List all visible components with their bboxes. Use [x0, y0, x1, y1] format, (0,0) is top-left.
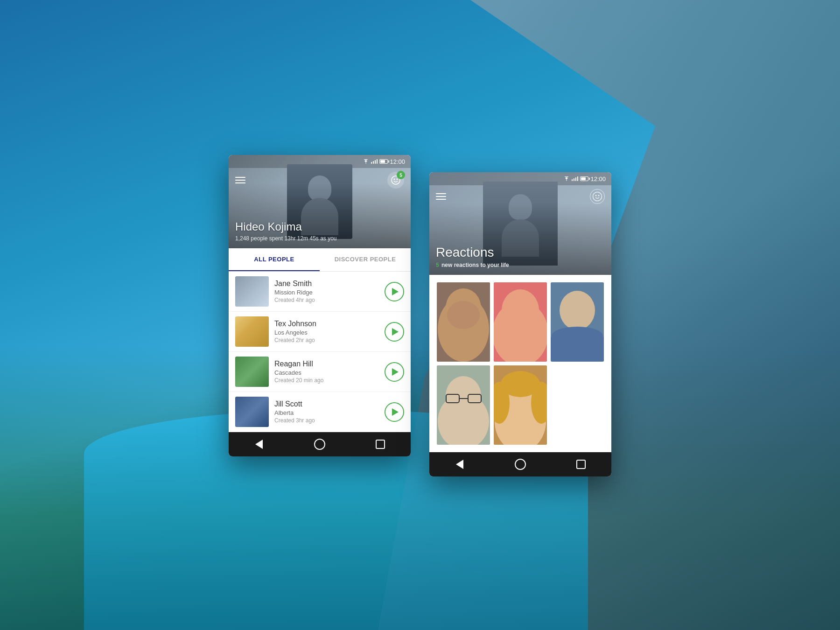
- face-woman-blonde: [494, 365, 547, 445]
- svg-point-3: [593, 192, 602, 201]
- svg-point-14: [560, 291, 595, 330]
- tabs-bar-1: ALL PEOPLE DISCOVER PEOPLE: [229, 248, 411, 272]
- person-thumb-2: [235, 357, 269, 387]
- play-icon-3: [392, 408, 399, 416]
- person-info-3: Jill Scott Alberta Created 3hr ago: [274, 400, 379, 424]
- person-info-0: Jane Smith Mission Ridge Created 4hr ago: [274, 280, 379, 303]
- hamburger-line: [436, 196, 446, 197]
- hamburger-line: [235, 180, 245, 181]
- face-svg-2: [551, 282, 604, 362]
- reactions-title: Reactions: [436, 245, 605, 260]
- home-icon-1: [314, 439, 325, 450]
- reactions-info: Reactions 5 new reactions to your life: [436, 245, 605, 268]
- reaction-cell-2[interactable]: [551, 282, 604, 362]
- hamburger-line: [235, 182, 245, 183]
- person-thumb-0: [235, 276, 269, 307]
- phone-1-header: 12:00: [229, 155, 411, 248]
- face-bearded: [437, 282, 490, 362]
- person-time-2: Created 20 min ago: [274, 377, 379, 384]
- person-name-3: Jill Scott: [274, 400, 379, 408]
- svg-point-16: [552, 327, 603, 345]
- person-name-1: Tex Johnson: [274, 320, 379, 328]
- play-button-3[interactable]: [385, 402, 404, 422]
- person-info-1: Tex Johnson Los Angeles Created 2hr ago: [274, 320, 379, 343]
- face-svg-3: [437, 365, 490, 445]
- face-man-glasses: [437, 365, 490, 445]
- person-location-1: Los Angeles: [274, 329, 379, 336]
- back-icon-2: [456, 460, 463, 469]
- play-icon-2: [392, 368, 399, 376]
- tab-discover-people[interactable]: DISCOVER PEOPLE: [320, 248, 411, 271]
- home-icon-2: [515, 459, 526, 470]
- play-button-0[interactable]: [385, 282, 404, 301]
- reactions-grid: [429, 275, 611, 452]
- person-thumb-3: [235, 397, 269, 427]
- menu-button-2[interactable]: [436, 193, 446, 200]
- tab-all-people[interactable]: ALL PEOPLE: [229, 248, 320, 271]
- emoji-button-2[interactable]: [590, 189, 605, 204]
- face-svg-0: [437, 282, 490, 362]
- nav-recents-button-1[interactable]: [374, 438, 387, 451]
- user-subtitle-1: 1,248 people spent 13hr 12m 45s as you: [235, 235, 404, 242]
- person-item-1[interactable]: Tex Johnson Los Angeles Created 2hr ago: [229, 312, 411, 352]
- header-toolbar-1: 5: [229, 168, 411, 192]
- reaction-cell-3[interactable]: [437, 365, 490, 445]
- face-svg-4: [494, 365, 547, 445]
- nav-home-button-2[interactable]: [514, 458, 527, 471]
- reaction-cell-1[interactable]: [494, 282, 547, 362]
- reaction-cell-0[interactable]: [437, 282, 490, 362]
- person-name-0: Jane Smith: [274, 280, 379, 288]
- nav-back-button-1[interactable]: [252, 438, 266, 451]
- face-man-blue: [551, 282, 604, 362]
- phone-2-header: 12:00: [429, 172, 611, 275]
- people-list: Jane Smith Mission Ridge Created 4hr ago…: [229, 272, 411, 432]
- reactions-subtitle: 5 new reactions to your life: [436, 262, 605, 268]
- recents-icon-2: [576, 460, 586, 469]
- hamburger-line: [436, 193, 446, 194]
- person-thumb-1: [235, 316, 269, 347]
- person-info-2: Reagan Hill Cascades Created 20 min ago: [274, 360, 379, 384]
- person-time-0: Created 4hr ago: [274, 297, 379, 303]
- user-name-1: Hideo Kojima: [235, 220, 404, 233]
- person-name-2: Reagan Hill: [274, 360, 379, 368]
- nav-recents-button-2[interactable]: [574, 458, 588, 471]
- person-location-3: Alberta: [274, 409, 379, 416]
- person-item-0[interactable]: Jane Smith Mission Ridge Created 4hr ago: [229, 272, 411, 312]
- svg-point-9: [447, 301, 480, 329]
- menu-button-1[interactable]: [235, 177, 245, 183]
- recents-icon-1: [376, 440, 385, 449]
- face-svg-1: [494, 282, 547, 362]
- person-location-0: Mission Ridge: [274, 289, 379, 296]
- smiley-icon-2: [592, 191, 602, 202]
- person-location-2: Cascades: [274, 369, 379, 376]
- svg-point-4: [595, 195, 597, 196]
- header-info-1: Hideo Kojima 1,248 people spent 13hr 12m…: [235, 220, 404, 242]
- reaction-cell-4[interactable]: [494, 365, 547, 445]
- svg-point-1: [394, 179, 395, 180]
- reactions-count: 5: [436, 262, 439, 268]
- play-icon-1: [392, 328, 399, 336]
- phones-container: 12:00: [0, 0, 840, 630]
- notification-badge-1: 5: [397, 171, 405, 179]
- person-time-1: Created 2hr ago: [274, 337, 379, 343]
- nav-bar-2: [429, 452, 611, 476]
- header-toolbar-2: [429, 185, 611, 208]
- nav-bar-1: [229, 432, 411, 456]
- person-time-3: Created 3hr ago: [274, 417, 379, 424]
- play-button-2[interactable]: [385, 362, 404, 382]
- svg-point-12: [494, 301, 547, 362]
- nav-back-button-2[interactable]: [453, 458, 466, 471]
- svg-point-5: [598, 195, 600, 196]
- play-icon-0: [392, 288, 399, 295]
- nav-home-button-1[interactable]: [313, 438, 326, 451]
- hamburger-line: [235, 177, 245, 178]
- person-item-2[interactable]: Reagan Hill Cascades Created 20 min ago: [229, 352, 411, 392]
- hamburger-line: [436, 199, 446, 200]
- notification-button-1[interactable]: 5: [387, 172, 404, 189]
- svg-point-2: [397, 179, 398, 180]
- phone-2: 12:00: [429, 172, 611, 476]
- play-button-1[interactable]: [385, 322, 404, 342]
- face-woman-laugh: [494, 282, 547, 362]
- phone-1: 12:00: [229, 155, 411, 456]
- person-item-3[interactable]: Jill Scott Alberta Created 3hr ago: [229, 392, 411, 432]
